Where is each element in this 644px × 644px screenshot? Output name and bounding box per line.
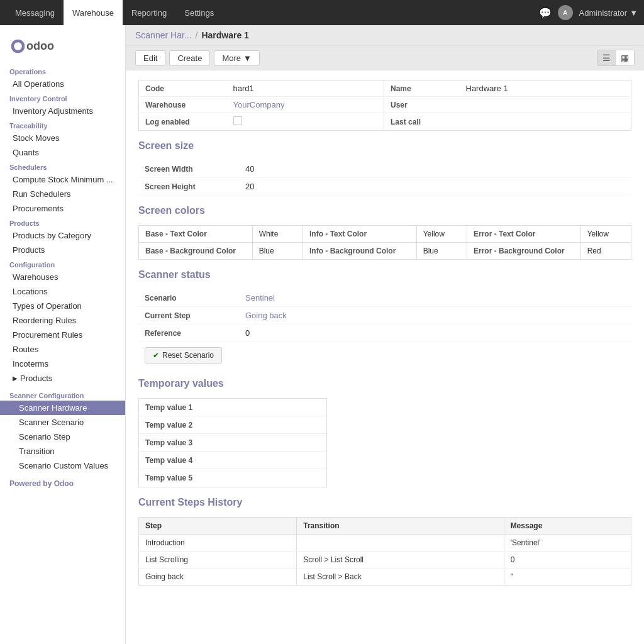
- nav-warehouse[interactable]: Warehouse: [64, 0, 123, 25]
- history-row-2: List Scrolling Scroll > List Scroll 0: [139, 552, 631, 569]
- screen-width-value: 40: [239, 162, 260, 176]
- sidebar-item-reordering-rules[interactable]: Reordering Rules: [0, 313, 125, 328]
- temp-values-title: Temporary values: [138, 378, 631, 392]
- reference-row: Reference 0: [138, 325, 631, 342]
- temp-value-1-value: [214, 405, 326, 410]
- powered-by: Powered by Odoo: [0, 473, 125, 494]
- main-layout: odoo Operations All Operations Inventory…: [0, 25, 644, 644]
- history-row-2-step: List Scrolling: [139, 552, 297, 569]
- sidebar-item-scenario-step[interactable]: Scenario Step: [0, 430, 125, 444]
- warehouse-label: Warehouse: [139, 97, 227, 113]
- scenario-value[interactable]: Sentinel: [239, 291, 281, 305]
- temp-value-2-label: Temp value 2: [139, 418, 214, 432]
- basic-info-table: Code hard1 Name Hardware 1 Warehouse You…: [138, 80, 631, 131]
- reset-scenario-button[interactable]: ✔ Reset Scenario: [145, 347, 222, 364]
- section-inventory-control: Inventory Control: [0, 91, 125, 104]
- temp-value-5-row: Temp value 5: [139, 469, 326, 487]
- current-step-value[interactable]: Going back: [239, 308, 293, 323]
- sidebar-item-routes[interactable]: Routes: [0, 342, 125, 357]
- messaging-icon[interactable]: 💬: [539, 7, 552, 19]
- sidebar-item-scanner-hardware[interactable]: Scanner Hardware: [0, 401, 125, 415]
- code-value: hard1: [227, 80, 384, 97]
- screen-height-label: Screen Height: [138, 180, 239, 194]
- current-step-label: Current Step: [138, 309, 239, 323]
- breadcrumb-parent[interactable]: Scanner Har...: [135, 30, 192, 40]
- more-chevron-icon: ▼: [243, 53, 252, 63]
- sidebar-item-types-of-operation[interactable]: Types of Operation: [0, 299, 125, 313]
- sidebar-item-scanner-scenario[interactable]: Scanner Scenario: [0, 415, 125, 430]
- info-text-color-value: Yellow: [416, 226, 467, 243]
- last-call-label: Last call: [384, 113, 460, 131]
- list-view-button[interactable]: ☰: [597, 50, 616, 65]
- reference-value: 0: [239, 326, 256, 340]
- base-text-color-value: White: [252, 226, 303, 243]
- screen-size-grid: Screen Width 40 Screen Height 20: [138, 160, 631, 196]
- screen-colors-table: Base - Text Color White Info - Text Colo…: [138, 225, 631, 260]
- admin-menu[interactable]: Administrator ▼: [579, 8, 638, 18]
- sidebar-item-inventory-adjustments[interactable]: Inventory Adjustments: [0, 104, 125, 118]
- error-bg-color-value: Red: [580, 243, 631, 260]
- history-row-1-step: Introduction: [139, 535, 297, 552]
- error-text-color-value: Yellow: [580, 226, 631, 243]
- scenario-row: Scenario Sentinel: [138, 289, 631, 307]
- sidebar-item-all-operations[interactable]: All Operations: [0, 77, 125, 91]
- temp-value-4-label: Temp value 4: [139, 453, 214, 467]
- sidebar-item-run-schedulers[interactable]: Run Schedulers: [0, 187, 125, 201]
- main-content: Scanner Har... / Hardware 1 Edit Create …: [126, 25, 644, 644]
- nav-messaging[interactable]: Messaging: [6, 0, 64, 25]
- sidebar-logo: odoo: [0, 31, 125, 64]
- more-button[interactable]: More ▼: [214, 50, 260, 66]
- sidebar-item-procurements[interactable]: Procurements: [0, 201, 125, 216]
- user-label: User: [384, 97, 460, 113]
- history-table: Step Transition Message Introduction 'Se…: [138, 517, 631, 586]
- last-call-value: [460, 113, 631, 131]
- sidebar-item-transition[interactable]: Transition: [0, 444, 125, 458]
- sidebar-item-locations[interactable]: Locations: [0, 284, 125, 299]
- edit-button[interactable]: Edit: [135, 50, 165, 66]
- sidebar-item-compute-stock[interactable]: Compute Stock Minimum ...: [0, 172, 125, 187]
- warehouse-value[interactable]: YourCompany: [227, 97, 384, 113]
- nav-settings[interactable]: Settings: [175, 0, 223, 25]
- temp-value-4-value: [214, 458, 326, 463]
- sidebar-item-quants[interactable]: Quants: [0, 145, 125, 160]
- code-label: Code: [139, 80, 227, 97]
- svg-text:odoo: odoo: [26, 40, 54, 52]
- screen-height-value: 20: [239, 179, 260, 194]
- temp-value-3-value: [214, 440, 326, 445]
- history-row-3-message: ": [504, 569, 631, 586]
- colors-row-1: Base - Text Color White Info - Text Colo…: [139, 226, 631, 243]
- form-view-button[interactable]: ▦: [616, 50, 634, 65]
- sidebar-item-warehouses[interactable]: Warehouses: [0, 270, 125, 284]
- info-bg-color-value: Blue: [416, 243, 467, 260]
- temp-value-2-value: [214, 423, 326, 428]
- current-step-row: Current Step Going back: [138, 307, 631, 325]
- sidebar-item-stock-moves[interactable]: Stock Moves: [0, 131, 125, 145]
- sidebar-item-scenario-custom-values[interactable]: Scenario Custom Values: [0, 458, 125, 473]
- sidebar-item-products[interactable]: Products: [0, 243, 125, 257]
- sidebar-item-products-by-category[interactable]: Products by Category: [0, 228, 125, 243]
- base-text-color-label: Base - Text Color: [139, 226, 253, 243]
- toolbar: Edit Create More ▼ ☰ ▦: [126, 46, 644, 70]
- odoo-brand: Odoo: [54, 479, 74, 488]
- view-toggle: ☰ ▦: [597, 50, 635, 66]
- warehouse-link[interactable]: YourCompany: [233, 100, 285, 109]
- expand-arrow-icon: ▶: [13, 375, 18, 382]
- history-col-message: Message: [504, 518, 631, 535]
- base-bg-color-value: Blue: [252, 243, 303, 260]
- log-enabled-label: Log enabled: [139, 113, 227, 131]
- reset-scenario-row: ✔ Reset Scenario: [138, 342, 631, 369]
- powered-by-text: Powered by: [9, 479, 52, 488]
- avatar: A: [558, 5, 573, 20]
- form-content: Code hard1 Name Hardware 1 Warehouse You…: [126, 70, 644, 595]
- sidebar-item-incoterms[interactable]: Incoterms: [0, 357, 125, 371]
- create-button[interactable]: Create: [169, 50, 210, 66]
- log-enabled-checkbox[interactable]: [233, 116, 242, 125]
- sidebar-item-procurement-rules[interactable]: Procurement Rules: [0, 328, 125, 342]
- page-header: Scanner Har... / Hardware 1: [126, 25, 644, 46]
- sidebar-item-products-label: Products: [20, 374, 52, 383]
- history-header-row: Step Transition Message: [139, 518, 631, 535]
- sidebar-item-products-expand[interactable]: ▶ Products: [0, 371, 125, 386]
- log-enabled-value[interactable]: [227, 113, 384, 131]
- nav-reporting[interactable]: Reporting: [123, 0, 175, 25]
- breadcrumb-separator: /: [196, 30, 198, 40]
